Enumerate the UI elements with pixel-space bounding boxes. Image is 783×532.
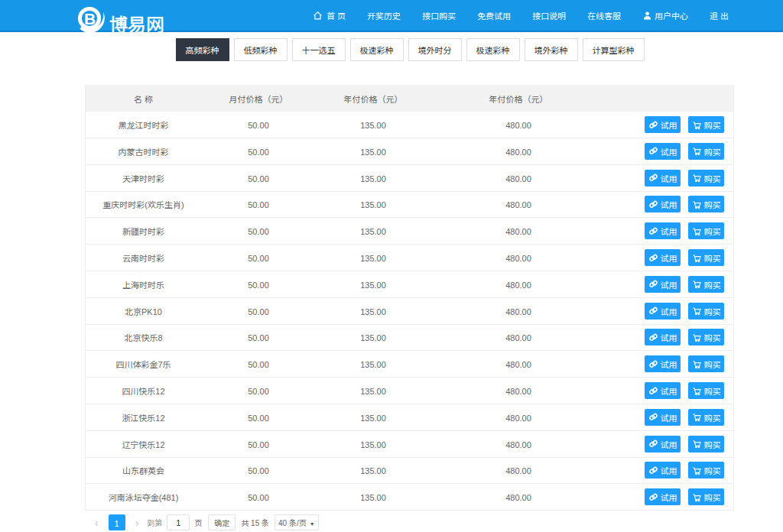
svg-text:B: B: [84, 10, 96, 28]
